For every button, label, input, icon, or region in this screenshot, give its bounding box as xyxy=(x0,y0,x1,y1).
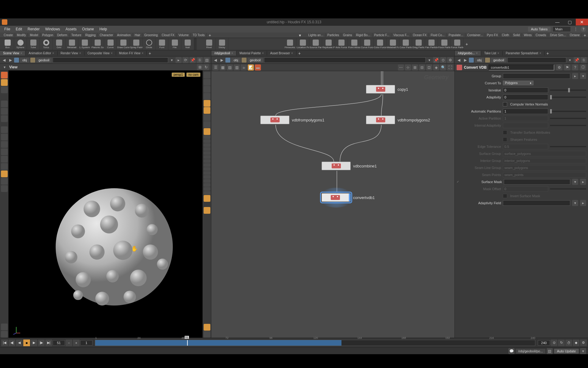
shelf-tab[interactable]: Polygon xyxy=(40,33,55,37)
mask-menu-icon[interactable]: ▾ xyxy=(572,179,578,185)
tab-param-spreadsheet[interactable]: Parameter Spreadsheet× xyxy=(503,51,545,56)
shelf-tab[interactable]: Volume xyxy=(177,33,191,37)
vp-display-light1[interactable] xyxy=(204,100,210,107)
vp-tool-lasso[interactable] xyxy=(1,108,8,115)
mask-picker-icon[interactable]: ▸ xyxy=(580,179,586,185)
tool-location[interactable]: Location Pa... xyxy=(296,38,309,50)
tab-render-view[interactable]: Render View× xyxy=(58,51,85,56)
node-vdbfrompolygons2[interactable]: vdbfrompolygons2 xyxy=(366,116,395,124)
vp-tool-scale[interactable] xyxy=(1,141,8,148)
nav-fwd-icon[interactable]: ▶ xyxy=(462,57,468,63)
vp-tool-snap2[interactable] xyxy=(1,156,8,163)
shelf-tab[interactable]: Deform xyxy=(55,33,70,37)
menu-help[interactable]: Help xyxy=(97,26,110,32)
nav-dd-icon[interactable]: ▾ xyxy=(169,57,175,63)
auto-partitions-input[interactable] xyxy=(503,109,548,114)
isovalue-input[interactable] xyxy=(503,87,548,93)
group-menu-icon[interactable]: ▾ xyxy=(580,73,586,79)
tab-add-icon[interactable]: + xyxy=(545,51,551,56)
tab-network-path[interactable]: /obj/geoboil× xyxy=(211,51,236,56)
persp-badge[interactable]: persp1 xyxy=(172,72,185,77)
path-geoboil[interactable]: geoboil xyxy=(36,58,52,63)
tool-platonic[interactable]: Platonic Sol... xyxy=(91,38,104,50)
vp-tool-flag2[interactable] xyxy=(1,331,8,338)
shelf-tab[interactable]: Octane xyxy=(568,33,582,37)
vp-sm-opt[interactable] xyxy=(204,143,210,147)
shelf-tab[interactable]: Drive Sim... xyxy=(548,33,568,37)
frame-inc-button[interactable]: + xyxy=(73,339,80,346)
vp-sm-opt[interactable] xyxy=(204,163,210,167)
shelf-tab[interactable]: Cloud FX xyxy=(160,33,177,37)
vp-tool-snap4[interactable] xyxy=(1,171,8,177)
node-vdbcombine1[interactable]: vdbcombine1 xyxy=(322,162,351,170)
nav-fwd-icon[interactable]: ▶ xyxy=(8,57,13,63)
vp-sm-opt[interactable] xyxy=(204,183,210,187)
vp-tool-flag1[interactable] xyxy=(1,324,8,330)
tab-param-path[interactable]: /obj/geobo...× xyxy=(455,51,481,56)
vp-display-light2[interactable] xyxy=(204,107,210,114)
node-vdbfrompolygons1[interactable]: vdbfrompolygons1 xyxy=(260,116,289,124)
vp-sm-opt[interactable] xyxy=(204,155,210,159)
nav-find-icon[interactable]: ⊙ xyxy=(440,57,446,63)
tool-fan-particles[interactable]: Fan Particles xyxy=(425,38,438,50)
view-dd-icon[interactable]: ▾ xyxy=(2,64,7,70)
path-icon[interactable] xyxy=(225,58,230,63)
param-flag-icon[interactable]: ⚑ xyxy=(564,64,570,71)
path-input[interactable] xyxy=(264,57,426,63)
nav-link-icon[interactable]: ⎘ xyxy=(581,57,587,63)
menu-edit[interactable]: Edit xyxy=(13,26,24,32)
next-key-button[interactable]: |▶ xyxy=(38,339,45,346)
nav-dd-icon[interactable]: ▾ xyxy=(567,57,573,63)
tool-font[interactable]: Font xyxy=(156,38,168,50)
stop-button[interactable]: ■ xyxy=(23,339,30,346)
tool-metaball-force[interactable]: Metaball Fo... xyxy=(386,38,399,50)
shelf-tab[interactable]: Model xyxy=(28,33,40,37)
shelf-tab[interactable]: Wires xyxy=(522,33,534,37)
nt-grid2-icon[interactable]: ▤ xyxy=(227,64,233,71)
nav-pin-icon[interactable]: 📌 xyxy=(190,57,196,63)
menu-settings-icon[interactable]: ⋮ xyxy=(573,26,579,32)
tool-flock-particles[interactable]: Flock Particl... xyxy=(438,38,451,50)
nav-refresh-icon[interactable]: ⟳ xyxy=(183,57,189,63)
tool-file[interactable]: File xyxy=(168,38,181,50)
shelf-tab[interactable]: Rigid Bo... xyxy=(354,33,372,37)
shelf-tab[interactable]: Character xyxy=(98,33,115,37)
tab-animation-editor[interactable]: Animation Editor× xyxy=(25,51,57,56)
nt-grid1-icon[interactable]: ▦ xyxy=(220,64,226,71)
geo-icon[interactable] xyxy=(242,58,247,63)
menu-render[interactable]: Render xyxy=(25,26,42,32)
nav-back-icon[interactable]: ◀ xyxy=(1,57,7,63)
node-canvas[interactable]: Geometry copy1 vdbfrompolygons1 vdbfromp… xyxy=(211,71,454,338)
vp-sm-opt[interactable] xyxy=(204,187,210,191)
path-obj[interactable]: obj xyxy=(20,58,29,63)
timeline-playhead[interactable]: 51 xyxy=(187,340,188,346)
shelf-tab[interactable]: Grains xyxy=(341,33,354,37)
nt-opt2-icon[interactable]: ⊹ xyxy=(405,64,411,71)
group-picker-icon[interactable]: ▸ xyxy=(572,73,578,79)
shelf-tab[interactable]: Container... xyxy=(466,33,485,37)
tool-metaball[interactable]: Metaball xyxy=(66,38,78,50)
vp-sm-opt[interactable] xyxy=(204,135,210,139)
surface-mask-input[interactable] xyxy=(504,179,570,185)
tool-lsystem[interactable]: L-System xyxy=(78,38,91,50)
current-frame-input[interactable] xyxy=(53,340,65,346)
shelf-tab[interactable]: Ocean FX xyxy=(411,33,429,37)
nav-back-icon[interactable]: ◀ xyxy=(456,57,462,63)
nt-opt4-icon[interactable]: ⊟ xyxy=(419,64,425,71)
menu-file[interactable]: File xyxy=(2,26,13,32)
tool-drag-particles[interactable]: Drag Particles xyxy=(412,38,425,50)
shelf-tab[interactable]: Particles xyxy=(326,33,341,37)
cam-badge[interactable]: no cam xyxy=(186,72,201,77)
shelf-tab[interactable]: Texture xyxy=(70,33,84,37)
auto-partitions-slider[interactable] xyxy=(550,111,586,112)
tab-add-icon[interactable]: + xyxy=(147,51,153,56)
nav-link-icon[interactable]: ⎘ xyxy=(197,57,203,63)
tool-color-particle[interactable]: Color Particl... xyxy=(399,38,412,50)
shelf-tab[interactable]: Rigging xyxy=(83,33,98,37)
shelf-tab[interactable]: Solid xyxy=(511,33,522,37)
tool-fireworks[interactable]: Fireworks xyxy=(284,38,296,50)
path-obj[interactable]: obj xyxy=(475,58,484,63)
tab-asset-browser[interactable]: Asset Browser× xyxy=(267,51,296,56)
vp-display-opt1[interactable] xyxy=(204,79,210,86)
shelf-add-icon[interactable]: + xyxy=(582,33,588,38)
